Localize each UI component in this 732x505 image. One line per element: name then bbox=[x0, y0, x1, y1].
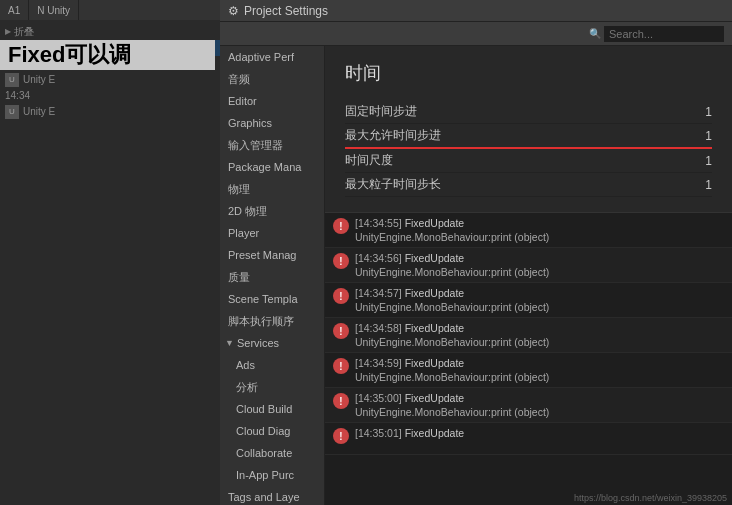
settings-row-time-scale: 时间尺度 1 bbox=[345, 149, 712, 173]
console-warning-icon: ! bbox=[333, 288, 349, 304]
side-label-unity3: Unity E bbox=[23, 105, 55, 119]
label-max-step: 最大允许时间步进 bbox=[345, 127, 662, 144]
panel-title: 时间 bbox=[345, 61, 712, 85]
console-method: FixedUpdate bbox=[405, 392, 465, 404]
nav-item-player[interactable]: Player bbox=[220, 222, 324, 244]
nav-item-in-app-purchase[interactable]: In-App Purc bbox=[220, 464, 324, 486]
console-text: [14:34:59] FixedUpdateUnityEngine.MonoBe… bbox=[355, 356, 549, 384]
watermark: https://blog.csdn.net/weixin_39938205 bbox=[574, 493, 727, 503]
console-method: FixedUpdate bbox=[405, 357, 465, 369]
annotation-text: Fixed可以调 bbox=[8, 40, 131, 70]
nav-item-physics[interactable]: 物理 bbox=[220, 178, 324, 200]
nav-item-adaptive-perf[interactable]: Adaptive Perf bbox=[220, 46, 324, 68]
console-entry: ![14:34:56] FixedUpdateUnityEngine.MonoB… bbox=[325, 248, 732, 283]
console-classname: UnityEngine.MonoBehaviour:print (object) bbox=[355, 231, 549, 243]
console-classname: UnityEngine.MonoBehaviour:print (object) bbox=[355, 336, 549, 348]
value-max-step: 1 bbox=[662, 129, 712, 143]
console-text: [14:35:00] FixedUpdateUnityEngine.MonoBe… bbox=[355, 391, 549, 419]
side-row-unity2: U Unity E bbox=[0, 72, 220, 88]
settings-row-max-step: 最大允许时间步进 1 bbox=[345, 124, 712, 149]
settings-row-fixed-step: 固定时间步进 1 bbox=[345, 100, 712, 124]
unity-icon-3: U bbox=[5, 105, 19, 119]
nav-item-package-manager[interactable]: Package Mana bbox=[220, 156, 324, 178]
nav-item-tags-and-layers[interactable]: Tags and Laye bbox=[220, 486, 324, 505]
nav-item-scene-templates[interactable]: Scene Templa bbox=[220, 288, 324, 310]
editor-side-content: ▶ 折叠 U Unity E 14:34 U Unity E 14:34 U U… bbox=[0, 20, 220, 124]
search-bar: 🔍 bbox=[220, 22, 732, 46]
tab-a1[interactable]: A1 bbox=[0, 0, 29, 20]
value-fixed-step: 1 bbox=[662, 105, 712, 119]
search-input[interactable] bbox=[604, 26, 724, 42]
nav-item-preset-manager[interactable]: Preset Manag bbox=[220, 244, 324, 266]
tab-n-unity[interactable]: N Unity bbox=[29, 0, 79, 20]
content-area: Adaptive Perf音频EditorGraphics输入管理器Packag… bbox=[220, 46, 732, 505]
title-bar: ⚙ Project Settings bbox=[220, 0, 732, 22]
nav-item-collaborate[interactable]: Collaborate bbox=[220, 442, 324, 464]
sidebar-nav: Adaptive Perf音频EditorGraphics输入管理器Packag… bbox=[220, 46, 325, 505]
search-icon: 🔍 bbox=[589, 28, 601, 39]
fold-icon: ▶ bbox=[5, 25, 11, 39]
editor-top-tabs: A1 N Unity bbox=[0, 0, 220, 20]
side-row-unity3: U Unity E bbox=[0, 104, 220, 120]
console-entry: ![14:34:57] FixedUpdateUnityEngine.MonoB… bbox=[325, 283, 732, 318]
nav-item-editor[interactable]: Editor bbox=[220, 90, 324, 112]
time-panel: 时间 固定时间步进 1 最大允许时间步进 1 时间尺度 1 bbox=[325, 46, 732, 212]
console-timestamp: [14:34:57] bbox=[355, 287, 405, 299]
side-timestamp2: 14:34 bbox=[5, 89, 30, 103]
unity-icon-2: U bbox=[5, 73, 19, 87]
nav-item-ads[interactable]: Ads bbox=[220, 354, 324, 376]
nav-item-input-manager[interactable]: 输入管理器 bbox=[220, 134, 324, 156]
console-warning-icon: ! bbox=[333, 358, 349, 374]
console-method: FixedUpdate bbox=[405, 322, 465, 334]
nav-item-analytics[interactable]: 分析 bbox=[220, 376, 324, 398]
nav-item-physics-2d[interactable]: 2D 物理 bbox=[220, 200, 324, 222]
nav-item-cloud-build[interactable]: Cloud Build bbox=[220, 398, 324, 420]
console-area: ![14:34:55] FixedUpdateUnityEngine.MonoB… bbox=[325, 212, 732, 505]
tab-n-unity-label: N Unity bbox=[37, 5, 70, 16]
console-text: [14:35:01] FixedUpdate bbox=[355, 426, 464, 440]
console-warning-icon: ! bbox=[333, 393, 349, 409]
tab-a1-label: A1 bbox=[8, 5, 20, 16]
nav-item-audio[interactable]: 音频 bbox=[220, 68, 324, 90]
label-time-scale: 时间尺度 bbox=[345, 152, 662, 169]
console-entry: ![14:35:00] FixedUpdateUnityEngine.MonoB… bbox=[325, 388, 732, 423]
console-entry: ![14:34:59] FixedUpdateUnityEngine.MonoB… bbox=[325, 353, 732, 388]
console-text: [14:34:55] FixedUpdateUnityEngine.MonoBe… bbox=[355, 216, 549, 244]
console-warning-icon: ! bbox=[333, 218, 349, 234]
settings-gear-icon: ⚙ bbox=[228, 4, 239, 18]
main-panel: 时间 固定时间步进 1 最大允许时间步进 1 时间尺度 1 bbox=[325, 46, 732, 505]
section-label-services-header: Services bbox=[237, 335, 279, 351]
console-warning-icon: ! bbox=[333, 428, 349, 444]
nav-item-cloud-diag[interactable]: Cloud Diag bbox=[220, 420, 324, 442]
console-warning-icon: ! bbox=[333, 253, 349, 269]
label-fixed-step: 固定时间步进 bbox=[345, 103, 662, 120]
console-text: [14:34:56] FixedUpdateUnityEngine.MonoBe… bbox=[355, 251, 549, 279]
project-settings-panel: ⚙ Project Settings 🔍 Adaptive Perf音频Edit… bbox=[220, 0, 732, 505]
settings-row-max-particle: 最大粒子时间步长 1 bbox=[345, 173, 712, 197]
console-entry: ![14:35:01] FixedUpdate bbox=[325, 423, 732, 455]
value-time-scale: 1 bbox=[662, 154, 712, 168]
settings-table: 固定时间步进 1 最大允许时间步进 1 时间尺度 1 最大 bbox=[345, 100, 712, 197]
side-row-timestamp2: 14:34 bbox=[0, 88, 220, 104]
console-method: FixedUpdate bbox=[405, 252, 465, 264]
nav-item-script-execution[interactable]: 脚本执行顺序 bbox=[220, 310, 324, 332]
console-method: FixedUpdate bbox=[405, 287, 465, 299]
section-arrow-services-header: ▼ bbox=[225, 335, 234, 351]
nav-item-quality[interactable]: 质量 bbox=[220, 266, 324, 288]
console-method: FixedUpdate bbox=[405, 217, 465, 229]
console-entry: ![14:34:58] FixedUpdateUnityEngine.MonoB… bbox=[325, 318, 732, 353]
console-classname: UnityEngine.MonoBehaviour:print (object) bbox=[355, 371, 549, 383]
value-max-particle: 1 bbox=[662, 178, 712, 192]
console-timestamp: [14:35:00] bbox=[355, 392, 405, 404]
console-text: [14:34:58] FixedUpdateUnityEngine.MonoBe… bbox=[355, 321, 549, 349]
console-timestamp: [14:34:58] bbox=[355, 322, 405, 334]
nav-item-graphics[interactable]: Graphics bbox=[220, 112, 324, 134]
console-timestamp: [14:35:01] bbox=[355, 427, 405, 439]
nav-section-services-header[interactable]: ▼Services bbox=[220, 332, 324, 354]
annotation-banner: Fixed可以调 bbox=[0, 40, 215, 70]
side-row-fold: ▶ 折叠 bbox=[0, 24, 220, 40]
console-classname: UnityEngine.MonoBehaviour:print (object) bbox=[355, 301, 549, 313]
title-label: Project Settings bbox=[244, 4, 328, 18]
label-max-particle: 最大粒子时间步长 bbox=[345, 176, 662, 193]
console-method: FixedUpdate bbox=[405, 427, 465, 439]
